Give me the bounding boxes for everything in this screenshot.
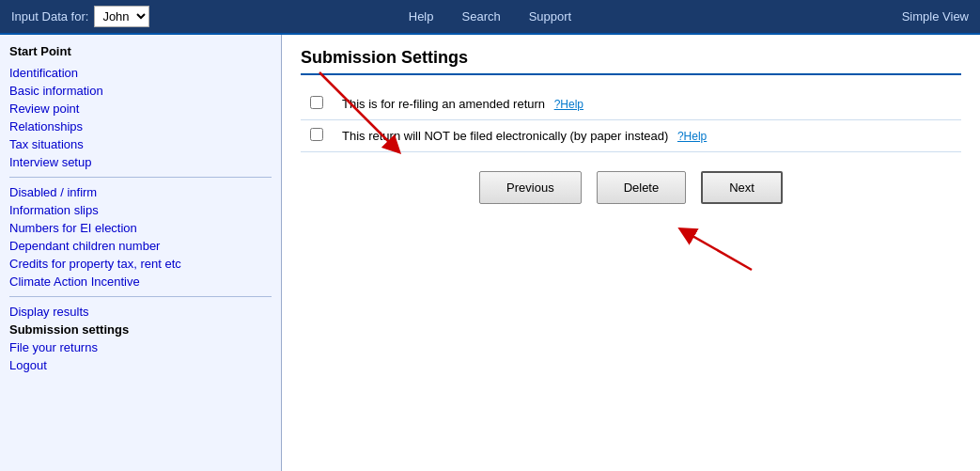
sidebar-item-interview-setup[interactable]: Interview setup bbox=[9, 153, 272, 171]
top-bar-left: Input Data for: John bbox=[11, 6, 241, 27]
top-bar: Input Data for: John Help Search Support… bbox=[0, 0, 980, 35]
sidebar-item-relationships[interactable]: Relationships bbox=[9, 118, 272, 135]
sidebar-item-dependant-children[interactable]: Dependant children number bbox=[9, 237, 272, 255]
input-data-label: Input Data for: bbox=[11, 9, 88, 24]
sidebar-divider-2 bbox=[9, 296, 272, 297]
sidebar-item-tax-situations[interactable]: Tax situations bbox=[9, 135, 272, 153]
paper-filing-text-cell: This return will NOT be filed electronic… bbox=[333, 120, 961, 152]
sidebar: Start Point Identification Basic informa… bbox=[0, 35, 282, 471]
arrow-to-next bbox=[677, 223, 789, 279]
paper-filing-text: This return will NOT be filed electronic… bbox=[342, 129, 668, 143]
sidebar-item-information-slips[interactable]: Information slips bbox=[9, 201, 272, 219]
top-bar-links: Help Search Support bbox=[260, 9, 721, 24]
setting-row-amended: This is for re-filing an amended return … bbox=[301, 88, 961, 120]
previous-button[interactable]: Previous bbox=[479, 171, 582, 204]
svg-line-1 bbox=[686, 232, 752, 270]
paper-filing-checkbox-cell bbox=[301, 120, 333, 152]
sidebar-item-identification[interactable]: Identification bbox=[9, 64, 272, 82]
sidebar-item-file-returns[interactable]: File your returns bbox=[9, 338, 272, 356]
content-area: Submission Settings This is for re-filin… bbox=[282, 35, 980, 471]
buttons-row: Previous Delete Next bbox=[301, 171, 961, 204]
help-link[interactable]: Help bbox=[409, 9, 434, 24]
sidebar-item-display-results[interactable]: Display results bbox=[9, 303, 272, 321]
sidebar-item-logout[interactable]: Logout bbox=[9, 356, 272, 374]
start-point-label: Start Point bbox=[9, 44, 272, 58]
amended-return-text: This is for re-filing an amended return bbox=[342, 97, 545, 111]
search-link[interactable]: Search bbox=[462, 9, 501, 24]
sidebar-item-review-point[interactable]: Review point bbox=[9, 100, 272, 118]
content-title: Submission Settings bbox=[301, 48, 961, 75]
sidebar-item-numbers-ei[interactable]: Numbers for EI election bbox=[9, 219, 272, 237]
amended-return-help[interactable]: ?Help bbox=[554, 98, 583, 111]
user-select[interactable]: John bbox=[94, 6, 149, 27]
sidebar-item-climate-action[interactable]: Climate Action Incentive bbox=[9, 273, 272, 290]
amended-return-checkbox-cell bbox=[301, 88, 333, 120]
sidebar-item-disabled-infirm[interactable]: Disabled / infirm bbox=[9, 183, 272, 201]
delete-button[interactable]: Delete bbox=[597, 171, 687, 204]
sidebar-item-submission-settings[interactable]: Submission settings bbox=[9, 321, 272, 338]
paper-filing-checkbox[interactable] bbox=[310, 128, 323, 141]
amended-return-text-cell: This is for re-filing an amended return … bbox=[333, 88, 961, 120]
setting-row-paper: This return will NOT be filed electronic… bbox=[301, 120, 961, 152]
amended-return-checkbox[interactable] bbox=[310, 96, 323, 109]
sidebar-item-basic-information[interactable]: Basic information bbox=[9, 82, 272, 100]
simple-view-link[interactable]: Simple View bbox=[902, 9, 969, 24]
paper-filing-help[interactable]: ?Help bbox=[677, 130, 707, 143]
next-button[interactable]: Next bbox=[701, 171, 783, 204]
sidebar-divider-1 bbox=[9, 177, 272, 178]
top-bar-right: Simple View bbox=[739, 9, 969, 24]
main-layout: Start Point Identification Basic informa… bbox=[0, 35, 980, 471]
settings-table: This is for re-filing an amended return … bbox=[301, 88, 961, 152]
support-link[interactable]: Support bbox=[529, 9, 572, 24]
sidebar-item-credits-property[interactable]: Credits for property tax, rent etc bbox=[9, 255, 272, 273]
